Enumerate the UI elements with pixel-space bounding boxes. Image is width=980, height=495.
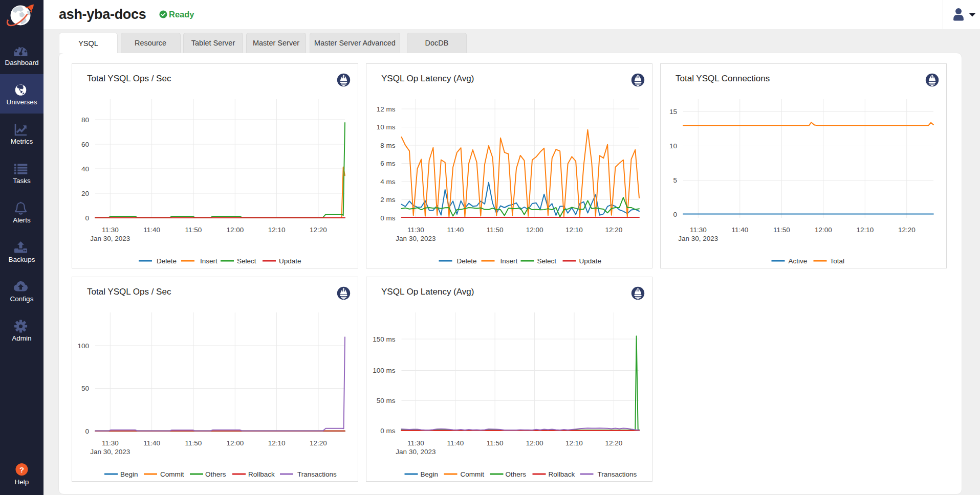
svg-text:Select: Select <box>537 257 557 265</box>
svg-text:11:50: 11:50 <box>487 439 504 447</box>
svg-text:11:30: 11:30 <box>102 226 119 234</box>
svg-text:Total: Total <box>830 257 845 265</box>
svg-text:Update: Update <box>279 257 301 265</box>
svg-text:Active: Active <box>789 257 808 265</box>
svg-text:Total YSQL Ops / Sec: Total YSQL Ops / Sec <box>87 74 171 83</box>
svg-text:11:50: 11:50 <box>773 226 790 234</box>
svg-text:4 ms: 4 ms <box>380 178 396 186</box>
svg-text:12:10: 12:10 <box>565 226 583 234</box>
svg-text:12:10: 12:10 <box>856 226 874 234</box>
svg-text:12:00: 12:00 <box>526 226 543 234</box>
svg-text:12:10: 12:10 <box>268 439 286 447</box>
svg-text:0 ms: 0 ms <box>380 427 396 435</box>
svg-text:Jan 30, 2023: Jan 30, 2023 <box>90 448 130 456</box>
svg-text:150 ms: 150 ms <box>373 335 396 343</box>
svg-text:11:30: 11:30 <box>407 226 424 234</box>
svg-text:12 ms: 12 ms <box>377 105 396 113</box>
svg-text:Jan 30, 2023: Jan 30, 2023 <box>90 235 130 242</box>
svg-text:80: 80 <box>81 116 89 124</box>
svg-text:12:20: 12:20 <box>605 439 623 447</box>
svg-text:Jan 30, 2023: Jan 30, 2023 <box>396 448 435 456</box>
svg-text:100: 100 <box>77 342 89 350</box>
svg-text:Begin: Begin <box>120 470 138 478</box>
svg-text:Delete: Delete <box>157 257 177 265</box>
svg-text:Delete: Delete <box>457 257 477 265</box>
svg-text:Jan 30, 2023: Jan 30, 2023 <box>396 235 435 242</box>
svg-text:5: 5 <box>673 176 677 184</box>
svg-text:Jan 30, 2023: Jan 30, 2023 <box>678 235 718 242</box>
svg-text:11:50: 11:50 <box>185 226 202 234</box>
svg-text:6 ms: 6 ms <box>380 160 396 167</box>
svg-text:Total YSQL Ops / Sec: Total YSQL Ops / Sec <box>87 287 171 297</box>
svg-text:12:20: 12:20 <box>310 226 327 234</box>
svg-text:Insert: Insert <box>200 257 217 265</box>
svg-text:Transactions: Transactions <box>297 470 337 478</box>
svg-text:8 ms: 8 ms <box>380 142 396 149</box>
svg-text:?: ? <box>19 465 24 474</box>
svg-text:11:40: 11:40 <box>447 226 464 234</box>
svg-text:Total YSQL Connections: Total YSQL Connections <box>676 74 770 83</box>
svg-text:11:50: 11:50 <box>185 439 202 447</box>
svg-text:0: 0 <box>85 214 89 222</box>
svg-text:YSQL Op Latency (Avg): YSQL Op Latency (Avg) <box>381 287 474 297</box>
svg-text:10 ms: 10 ms <box>377 123 396 131</box>
svg-text:Commit: Commit <box>160 470 184 478</box>
svg-text:15: 15 <box>669 108 677 116</box>
svg-text:0 ms: 0 ms <box>380 214 396 222</box>
svg-text:50 ms: 50 ms <box>377 397 396 404</box>
svg-text:60: 60 <box>81 141 89 148</box>
svg-text:12:20: 12:20 <box>605 226 623 234</box>
svg-text:11:30: 11:30 <box>690 226 707 234</box>
svg-text:20: 20 <box>81 190 89 197</box>
svg-text:11:40: 11:40 <box>143 439 160 447</box>
svg-text:12:00: 12:00 <box>226 439 244 447</box>
svg-text:11:50: 11:50 <box>487 226 504 234</box>
svg-text:10: 10 <box>669 142 677 150</box>
svg-text:100 ms: 100 ms <box>373 367 396 374</box>
svg-text:40: 40 <box>81 165 89 173</box>
svg-text:12:00: 12:00 <box>526 439 543 447</box>
svg-text:12:10: 12:10 <box>268 226 286 234</box>
svg-text:11:40: 11:40 <box>447 439 464 447</box>
svg-text:Begin: Begin <box>421 470 439 478</box>
svg-text:2 ms: 2 ms <box>380 196 396 204</box>
svg-text:Rollback: Rollback <box>549 470 575 478</box>
svg-text:Rollback: Rollback <box>248 470 275 478</box>
svg-text:Insert: Insert <box>500 257 518 265</box>
svg-text:Others: Others <box>506 470 527 478</box>
svg-text:11:30: 11:30 <box>407 439 424 447</box>
svg-text:12:20: 12:20 <box>310 439 327 447</box>
svg-text:11:40: 11:40 <box>143 226 160 234</box>
svg-text:12:20: 12:20 <box>898 226 916 234</box>
svg-text:11:30: 11:30 <box>102 439 119 447</box>
svg-text:0: 0 <box>85 428 89 435</box>
svg-text:Select: Select <box>237 257 256 265</box>
svg-text:0: 0 <box>673 211 677 218</box>
svg-text:12:00: 12:00 <box>815 226 832 234</box>
svg-text:YSQL Op Latency (Avg): YSQL Op Latency (Avg) <box>381 74 474 83</box>
svg-text:Transactions: Transactions <box>598 470 637 478</box>
svg-text:12:00: 12:00 <box>226 226 244 234</box>
svg-text:11:40: 11:40 <box>731 226 748 234</box>
svg-text:Others: Others <box>205 470 226 478</box>
svg-text:12:10: 12:10 <box>565 439 583 447</box>
svg-text:Commit: Commit <box>461 470 485 478</box>
svg-text:50: 50 <box>81 385 89 392</box>
svg-text:Update: Update <box>579 257 602 265</box>
